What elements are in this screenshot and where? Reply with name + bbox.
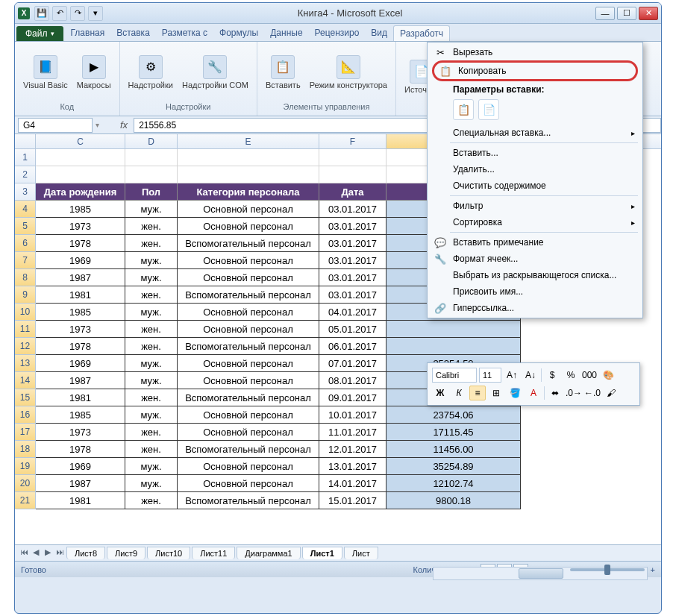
cell-D9[interactable]: жен. — [125, 286, 178, 304]
visual-basic-button[interactable]: 📘Visual Basic — [21, 53, 70, 92]
mini-bold[interactable]: Ж — [432, 386, 448, 400]
sheet-nav-prev[interactable]: ◀ — [30, 547, 42, 559]
header-cell-E[interactable]: Категория персонала — [178, 183, 319, 201]
mini-dec-decimal[interactable]: ←.0 — [584, 386, 601, 400]
cell-G16[interactable]: 23754.06 — [386, 406, 521, 424]
cell-D11[interactable]: жен. — [125, 321, 178, 338]
row-header-8[interactable]: 8 — [15, 269, 36, 286]
cell-D1[interactable] — [125, 149, 178, 166]
ctx-name[interactable]: Присвоить имя... — [429, 283, 641, 300]
cell-F14[interactable]: 08.01.2017 — [319, 372, 386, 389]
cell-F15[interactable]: 09.01.2017 — [319, 389, 386, 406]
sheet-tab-4[interactable]: Диаграмма1 — [237, 547, 300, 559]
sheet-nav-next[interactable]: ▶ — [42, 547, 54, 559]
qat-redo[interactable]: ↷ — [70, 6, 85, 21]
cell-D2[interactable] — [125, 166, 178, 183]
cell-F8[interactable]: 03.01.2017 — [319, 269, 386, 286]
cell-E12[interactable]: Вспомогательный персонал — [178, 338, 319, 355]
sheet-nav-first[interactable]: ⏮ — [18, 547, 30, 559]
cell-E17[interactable]: Основной персонал — [178, 424, 319, 441]
cell-C11[interactable]: 1973 — [36, 321, 125, 338]
mini-italic[interactable]: К — [451, 386, 467, 400]
mini-grow-font[interactable]: A↑ — [504, 368, 520, 383]
header-cell-F[interactable]: Дата — [319, 183, 386, 201]
row-header-16[interactable]: 16 — [15, 406, 36, 424]
cell-E4[interactable]: Основной персонал — [178, 201, 319, 218]
ctx-filter[interactable]: Фильтр — [429, 198, 641, 214]
cell-C13[interactable]: 1969 — [36, 355, 125, 372]
cell-C7[interactable]: 1969 — [36, 252, 125, 269]
cell-G21[interactable]: 9800.18 — [386, 492, 521, 509]
cell-G11[interactable] — [386, 321, 521, 338]
cell-D4[interactable]: муж. — [125, 201, 178, 218]
row-header-4[interactable]: 4 — [15, 201, 36, 218]
sheet-tab-2[interactable]: Лист10 — [147, 547, 190, 559]
name-box[interactable]: G4 — [18, 118, 93, 133]
mini-font-select[interactable] — [432, 368, 477, 383]
cell-F6[interactable]: 03.01.2017 — [319, 235, 386, 252]
cell-E14[interactable]: Основной персонал — [178, 372, 319, 389]
header-cell-D[interactable]: Пол — [125, 183, 178, 201]
minimize-button[interactable]: — — [595, 7, 615, 20]
cell-D17[interactable]: жен. — [125, 424, 178, 441]
cell-E6[interactable]: Вспомогательный персонал — [178, 235, 319, 252]
cell-D14[interactable]: муж. — [125, 372, 178, 389]
cell-D12[interactable]: жен. — [125, 338, 178, 355]
ribbon-tab-1[interactable]: Вставка — [110, 25, 156, 41]
cell-D8[interactable]: муж. — [125, 269, 178, 286]
macros-button[interactable]: ▶Макросы — [75, 53, 113, 92]
row-header-20[interactable]: 20 — [15, 475, 36, 492]
cell-E8[interactable]: Основной персонал — [178, 269, 319, 286]
ctx-cut[interactable]: ✂ Вырезать — [429, 44, 641, 60]
ribbon-tab-3[interactable]: Формулы — [213, 25, 264, 41]
ribbon-tab-0[interactable]: Главная — [65, 25, 111, 41]
cell-D15[interactable]: жен. — [125, 389, 178, 406]
mini-inc-decimal[interactable]: .0→ — [566, 386, 582, 400]
ctx-paste-special[interactable]: Специальная вставка... — [429, 125, 641, 141]
file-tab[interactable]: Файл — [16, 26, 63, 41]
cell-E1[interactable] — [178, 149, 319, 166]
mini-shrink-font[interactable]: A↓ — [522, 368, 539, 383]
cell-D18[interactable]: жен. — [125, 441, 178, 458]
mini-fill-color[interactable]: 🪣 — [507, 386, 523, 400]
cell-D19[interactable]: муж. — [125, 458, 178, 475]
ctx-format[interactable]: 🔧 Формат ячеек... — [429, 251, 641, 267]
qat-undo[interactable]: ↶ — [52, 6, 67, 21]
row-header-6[interactable]: 6 — [15, 235, 36, 252]
cell-E2[interactable] — [178, 166, 319, 183]
insert-button[interactable]: 📋Вставить — [263, 53, 303, 92]
cell-F17[interactable]: 11.01.2017 — [319, 424, 386, 441]
cell-C5[interactable]: 1973 — [36, 218, 125, 235]
cell-D16[interactable]: муж. — [125, 406, 178, 424]
sheet-nav-last[interactable]: ⏭ — [54, 547, 66, 559]
cell-C6[interactable]: 1978 — [36, 235, 125, 252]
mini-percent[interactable]: % — [563, 368, 579, 383]
mini-currency[interactable]: $ — [544, 368, 560, 383]
row-header-13[interactable]: 13 — [15, 355, 36, 372]
row-header-1[interactable]: 1 — [15, 149, 36, 166]
ctx-hyperlink[interactable]: 🔗 Гиперссылка... — [429, 300, 641, 316]
cell-D13[interactable]: муж. — [125, 355, 178, 372]
cell-E15[interactable]: Вспомогательный персонал — [178, 389, 319, 406]
sheet-tab-3[interactable]: Лист11 — [192, 547, 235, 559]
sheet-tab-1[interactable]: Лист9 — [107, 547, 145, 559]
cell-C10[interactable]: 1985 — [36, 304, 125, 321]
col-header-E[interactable]: E — [178, 134, 319, 148]
cell-E7[interactable]: Основной персонал — [178, 252, 319, 269]
fx-icon[interactable]: fx — [114, 119, 134, 131]
row-header-12[interactable]: 12 — [15, 338, 36, 355]
sheet-tab-extra[interactable]: Лист — [344, 547, 378, 559]
ribbon-tab-2[interactable]: Разметка с — [156, 25, 213, 41]
cell-G18[interactable]: 11456.00 — [386, 441, 521, 458]
cell-G19[interactable]: 35254.89 — [386, 458, 521, 475]
paste-option-2[interactable]: 📄 — [478, 99, 499, 120]
cell-C20[interactable]: 1987 — [36, 475, 125, 492]
cell-E11[interactable]: Основной персонал — [178, 321, 319, 338]
cell-F21[interactable]: 15.01.2017 — [319, 492, 386, 509]
cell-E13[interactable]: Основной персонал — [178, 355, 319, 372]
cell-F13[interactable]: 07.01.2017 — [319, 355, 386, 372]
ctx-comment[interactable]: 💬 Вставить примечание — [429, 234, 641, 251]
cell-C12[interactable]: 1978 — [36, 338, 125, 355]
cell-C8[interactable]: 1987 — [36, 269, 125, 286]
ribbon-tab-4[interactable]: Данные — [264, 25, 308, 41]
